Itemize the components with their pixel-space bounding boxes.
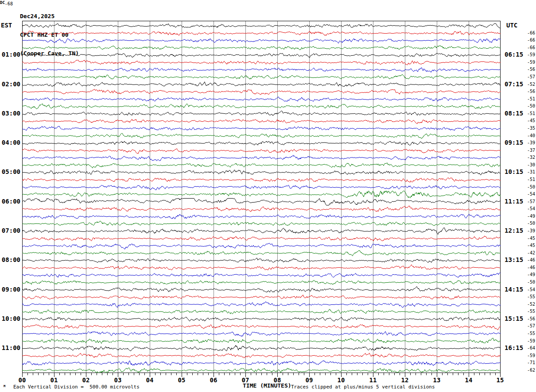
x-axis-minor-tick	[394, 373, 395, 375]
dc-offset-value: -59	[522, 353, 535, 358]
x-axis-tick-label: 13	[430, 377, 443, 384]
dc-offset-value: -46	[522, 265, 535, 270]
x-axis-minor-tick	[368, 373, 368, 375]
est-hour-label: 04:00	[0, 139, 20, 146]
dc-offset-value: -45	[522, 243, 535, 248]
dc-offset-value: -49	[522, 272, 535, 277]
dc-offset-value: -56	[522, 67, 535, 72]
est-hour-label: 08:00	[0, 256, 20, 263]
dc-offset-value: -57	[522, 323, 535, 328]
x-axis-minor-tick	[426, 373, 427, 375]
x-axis-minor-tick	[389, 373, 389, 375]
x-axis-tick-label: 05	[175, 377, 188, 384]
dc-offset-value: -54	[522, 287, 535, 292]
x-axis-minor-tick	[171, 373, 171, 375]
dc-offset-value: -39	[522, 140, 535, 145]
dc-offset-value: -35	[522, 126, 535, 131]
est-hour-label: 03:00	[0, 110, 20, 117]
x-axis-minor-tick	[272, 373, 272, 375]
x-axis-minor-tick	[325, 373, 326, 375]
dc-offset-value: -50	[522, 280, 535, 284]
x-axis-minor-tick	[144, 373, 145, 375]
x-axis-minor-tick	[474, 373, 474, 375]
dc-offset-value: -40	[522, 133, 535, 138]
dc-offset-value: -55	[522, 331, 535, 336]
x-axis-minor-tick	[336, 373, 336, 375]
dc-offset-value: -59	[522, 60, 535, 65]
seismogram-canvas	[22, 21, 501, 373]
x-axis-minor-tick	[304, 373, 304, 375]
x-axis-minor-tick	[235, 373, 235, 375]
vertical-division-note: Each Vertical Division = 500.00 microvol…	[13, 384, 140, 390]
x-axis-minor-tick	[256, 373, 256, 375]
dc-offset-value: -56	[522, 316, 535, 321]
x-axis-minor-tick	[378, 373, 379, 375]
x-axis-minor-tick	[330, 373, 331, 375]
x-axis-minor-tick	[261, 373, 262, 375]
x-axis-minor-tick	[65, 373, 65, 375]
dc-offset-value: -54	[522, 206, 535, 211]
x-axis-minor-tick	[81, 373, 81, 375]
x-axis-minor-tick	[139, 373, 140, 375]
x-axis-tick-label: 03	[111, 377, 124, 384]
x-axis-minor-tick	[49, 373, 49, 375]
dc-offset-value: -52	[522, 82, 535, 87]
x-axis-minor-tick	[495, 373, 496, 375]
dc-header-text: DC	[0, 0, 5, 5]
x-axis-minor-tick	[410, 373, 411, 375]
x-axis-minor-tick	[421, 373, 421, 375]
x-axis-minor-tick	[299, 373, 299, 375]
x-axis-tick-label: 11	[366, 377, 380, 384]
est-hour-label: 07:00	[0, 227, 20, 234]
x-axis-minor-tick	[240, 373, 241, 375]
x-axis-minor-tick	[176, 373, 177, 375]
x-axis-minor-tick	[384, 373, 384, 375]
x-axis-tick-label: 06	[207, 377, 220, 384]
x-axis-minor-tick	[166, 373, 166, 375]
x-axis-minor-tick	[458, 373, 458, 375]
dc-offset-value: -51	[522, 96, 535, 101]
dc-offset-value: -59	[522, 338, 535, 343]
x-axis-minor-tick	[192, 373, 193, 375]
utc-axis-header: UTC	[506, 22, 517, 29]
x-axis-minor-tick	[155, 373, 155, 375]
x-axis-minor-tick	[203, 373, 203, 375]
x-axis-minor-tick	[293, 373, 294, 375]
x-axis-minor-tick	[485, 373, 485, 375]
x-axis-minor-tick	[75, 373, 76, 375]
dc-offset-value: -45	[522, 236, 535, 241]
dc-offset-value: -51	[522, 177, 535, 182]
dc-offset-value: -57	[522, 199, 535, 204]
x-axis-minor-tick	[134, 373, 134, 375]
est-hour-label: 01:00	[0, 51, 20, 58]
dc-offset-value: -62	[522, 368, 535, 373]
x-axis-minor-tick	[219, 373, 219, 375]
dc-offset-value: -42	[522, 250, 535, 255]
x-axis-minor-tick	[447, 373, 448, 375]
dc-offset-value: -54	[522, 192, 535, 196]
dc-offset-value: -66	[522, 31, 535, 35]
x-axis-minor-tick	[70, 373, 70, 375]
x-axis-minor-tick	[43, 373, 44, 375]
est-hour-label: 05:00	[0, 168, 20, 175]
x-axis-minor-tick	[251, 373, 251, 375]
dc-offset-value: -39	[522, 228, 535, 233]
x-axis-minor-tick	[128, 373, 129, 375]
dc-offset-value: -50	[522, 184, 535, 189]
x-axis-minor-tick	[107, 373, 108, 375]
dc-offset-value: -71	[522, 360, 535, 365]
dc-offset-value: -56	[522, 89, 535, 94]
dc-offset-value: -46	[522, 257, 535, 262]
x-axis-minor-tick	[479, 373, 480, 375]
x-axis-minor-tick	[123, 373, 124, 375]
dc-offset-value: -30	[522, 162, 535, 167]
x-axis-minor-tick	[198, 373, 198, 375]
dc-offset-value: -49	[522, 214, 535, 219]
x-axis-minor-tick	[315, 373, 315, 375]
x-axis-tick-label: 09	[303, 377, 316, 384]
x-axis-minor-tick	[224, 373, 225, 375]
x-axis-tick-label: 01	[47, 377, 61, 384]
x-axis-minor-tick	[416, 373, 416, 375]
dc-offset-value: -57	[522, 74, 535, 79]
dc-offset-value: -52	[522, 302, 535, 307]
